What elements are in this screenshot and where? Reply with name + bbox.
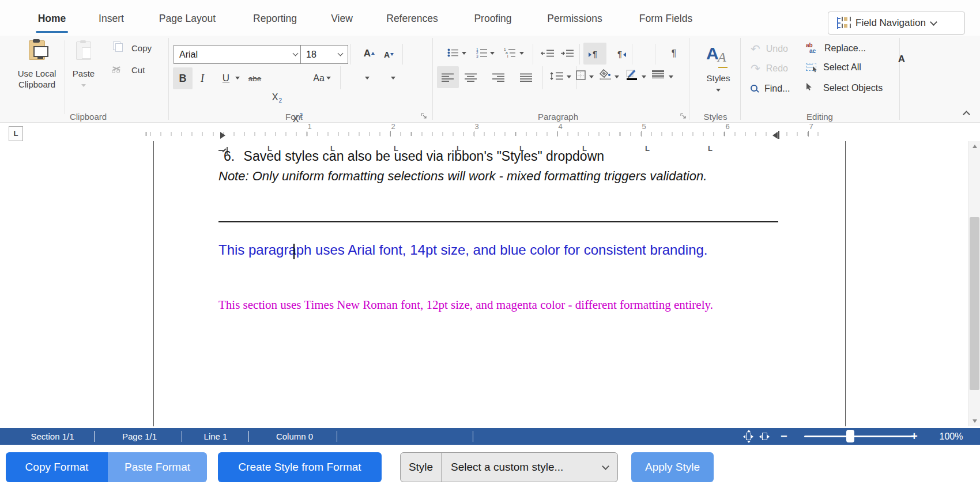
tab-view[interactable]: View (331, 8, 353, 33)
line-spacing-dropdown-icon[interactable] (567, 75, 571, 78)
shading-button[interactable] (600, 69, 612, 82)
font-size-value: 18 (306, 50, 316, 60)
find-button[interactable]: Find... (751, 84, 790, 94)
copy-label[interactable]: Copy (131, 43, 152, 54)
select-objects-icon (806, 83, 817, 93)
align-right-button[interactable] (490, 66, 507, 88)
cut-label[interactable]: Cut (131, 65, 145, 75)
paragraph-dialog-launcher[interactable] (680, 113, 687, 120)
scrollbar-thumb[interactable] (970, 217, 979, 390)
subscript-2: 2 (278, 97, 282, 104)
shrink-font-button[interactable]: A (379, 47, 394, 62)
collapse-ribbon-icon[interactable] (963, 111, 970, 118)
fit-width-button[interactable] (760, 432, 769, 441)
zoom-slider-thumb[interactable] (846, 430, 854, 442)
multilevel-list-dropdown-icon[interactable] (519, 52, 524, 55)
field-navigation-button[interactable]: Field Navigation (828, 12, 965, 35)
tab-form-fields[interactable]: Form Fields (639, 8, 692, 33)
underline-dropdown-icon[interactable] (235, 77, 240, 80)
change-case-dropdown-icon[interactable] (326, 77, 331, 80)
strikethrough-button[interactable]: abe (246, 67, 264, 89)
increase-indent-button[interactable] (560, 49, 574, 59)
copy-format-button[interactable]: Copy Format (6, 452, 108, 482)
tab-home[interactable]: Home (38, 8, 66, 33)
multilevel-list-button[interactable]: 1ai (504, 47, 517, 60)
align-left-button[interactable] (437, 66, 459, 88)
bullet-list-dropdown-icon[interactable] (462, 52, 466, 55)
right-indent-marker[interactable] (772, 132, 778, 139)
group-divider (168, 38, 169, 120)
styles-dropdown-icon[interactable] (716, 89, 721, 92)
right-margin-marker[interactable] (778, 131, 779, 139)
cut-button[interactable] (112, 65, 122, 73)
font-size-select[interactable]: 18 (300, 45, 348, 64)
ribbon-home: Use Local Clipboard Paste Copy Cut Clipb… (0, 36, 980, 123)
group-divider (432, 38, 433, 120)
tab-selector-box[interactable]: L (9, 126, 23, 141)
scroll-down-button[interactable] (968, 416, 980, 426)
replace-button[interactable]: ab ac Replace... (806, 43, 866, 54)
zoom-slider-track[interactable] (804, 436, 915, 437)
paragraph-group-label: Paragraph (538, 112, 578, 122)
redo-button[interactable]: ↷ Redo (751, 63, 788, 74)
change-case-button[interactable]: Aa (309, 67, 329, 89)
document-canvas[interactable]: L L L L L L L L 6. Saved styles can also… (0, 141, 967, 426)
show-paragraph-marks-button[interactable]: ¶ (664, 43, 684, 65)
italic-button[interactable]: I (195, 67, 210, 89)
rtl-paragraph-button[interactable]: ¶ (610, 43, 630, 65)
numbered-list-dropdown-icon[interactable] (490, 52, 495, 55)
tab-insert[interactable]: Insert (99, 8, 124, 33)
undo-button[interactable]: ↶ Undo (751, 43, 788, 55)
decrease-indent-button[interactable] (541, 49, 555, 59)
shading-dropdown-icon[interactable] (615, 75, 619, 78)
select-all-button[interactable]: Select All (806, 62, 861, 73)
status-page[interactable]: Page 1/1 (122, 428, 157, 445)
copy-button[interactable] (113, 41, 123, 52)
create-style-from-format-button[interactable]: Create Style from Format (218, 452, 382, 482)
line-spacing-button[interactable] (550, 71, 564, 83)
pilcrow-icon: ¶ (672, 48, 677, 59)
subscript-button[interactable]: X 2 (267, 86, 282, 108)
tab-references[interactable]: References (386, 8, 438, 33)
field-navigation-label: Field Navigation (855, 17, 926, 29)
zoom-in-button[interactable]: + (911, 428, 918, 445)
bullet-list-button[interactable] (447, 48, 459, 59)
styles-button[interactable]: A A Styles (702, 43, 734, 94)
borders-button[interactable] (576, 70, 586, 82)
paste-button[interactable]: Paste (69, 41, 98, 89)
custom-style-select[interactable]: Select a custom style... (442, 461, 617, 474)
zoom-percentage[interactable]: 100% (940, 428, 963, 445)
grow-font-button[interactable]: A (360, 46, 375, 61)
select-objects-button[interactable]: Select Objects (806, 83, 883, 93)
bold-button[interactable]: B (173, 67, 193, 89)
use-local-clipboard-button[interactable]: Use Local Clipboard (10, 40, 63, 90)
line-style-dropdown-icon[interactable] (669, 75, 673, 78)
line-style-button[interactable] (652, 70, 664, 81)
tab-proofing[interactable]: Proofing (474, 8, 511, 33)
align-center-button[interactable] (462, 66, 480, 88)
vertical-scrollbar[interactable] (968, 141, 980, 426)
font-color-dropdown-icon[interactable] (391, 77, 395, 80)
highlight-dropdown-icon[interactable] (365, 77, 370, 80)
numbered-list-button[interactable]: 123 (476, 47, 488, 60)
underline-button[interactable]: U (218, 67, 234, 89)
borders-dropdown-icon[interactable] (589, 75, 594, 78)
first-line-indent-marker[interactable] (220, 132, 225, 139)
justify-button[interactable] (518, 66, 535, 88)
apply-style-button[interactable]: Apply Style (631, 452, 714, 482)
clear-formatting-button[interactable]: A (412, 54, 980, 65)
paste-format-button[interactable]: Paste Format (108, 452, 207, 482)
status-section[interactable]: Section 1/1 (31, 428, 74, 445)
border-color-dropdown-icon[interactable] (642, 75, 646, 78)
font-dialog-launcher[interactable] (421, 113, 428, 120)
fit-page-button[interactable] (744, 432, 753, 441)
zoom-out-button[interactable]: − (781, 428, 787, 445)
font-family-select[interactable]: Arial (174, 45, 303, 64)
scroll-up-button[interactable] (968, 141, 980, 152)
border-color-button[interactable] (626, 69, 639, 82)
tab-reporting[interactable]: Reporting (253, 8, 297, 33)
ltr-paragraph-button[interactable]: ¶ (583, 43, 606, 65)
tab-permissions[interactable]: Permissions (547, 8, 602, 33)
paste-dropdown-icon[interactable] (81, 84, 86, 87)
tab-page-layout[interactable]: Page Layout (159, 8, 216, 33)
